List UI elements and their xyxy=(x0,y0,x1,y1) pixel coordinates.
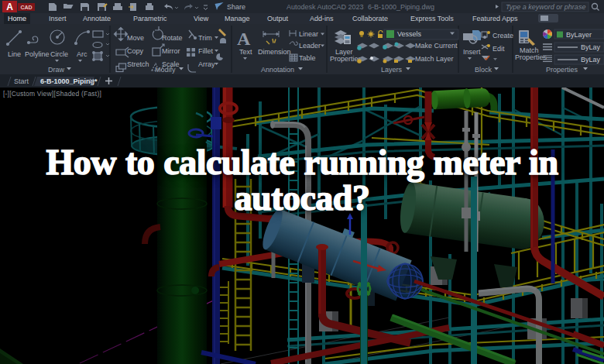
svg-text:ByLay: ByLay xyxy=(581,56,601,64)
svg-text:Array: Array xyxy=(198,60,215,68)
svg-text:ByLay: ByLay xyxy=(581,43,601,51)
svg-text:Start: Start xyxy=(14,77,29,85)
svg-text:Arc: Arc xyxy=(77,50,88,58)
svg-text:Trim: Trim xyxy=(198,34,212,42)
svg-text:Copy: Copy xyxy=(127,47,144,55)
svg-text:Fillet: Fillet xyxy=(198,47,214,55)
svg-text:Type a keyword or phrase: Type a keyword or phrase xyxy=(506,3,585,11)
svg-text:6-B-1000_Piping.dwg: 6-B-1000_Piping.dwg xyxy=(368,3,434,11)
svg-text:Create: Create xyxy=(492,32,513,39)
svg-text:A: A xyxy=(237,29,251,49)
svg-text:Stretch: Stretch xyxy=(127,60,149,68)
svg-text:Rotate: Rotate xyxy=(162,34,183,42)
svg-text:ByLayer: ByLayer xyxy=(566,31,592,39)
svg-text:Dimension: Dimension xyxy=(258,48,291,56)
svg-text:Draw: Draw xyxy=(48,66,65,74)
svg-text:Circle: Circle xyxy=(50,50,68,58)
svg-text:Text: Text xyxy=(239,48,252,56)
svg-text:6-B-1000_Piping*: 6-B-1000_Piping* xyxy=(40,77,98,85)
svg-text:Edit: Edit xyxy=(492,45,505,53)
svg-text:Share: Share xyxy=(227,3,245,11)
svg-text:Leader: Leader xyxy=(299,42,321,50)
svg-text:Properties: Properties xyxy=(515,53,547,61)
svg-text:Annotation: Annotation xyxy=(261,66,294,74)
svg-text:Properties: Properties xyxy=(546,66,578,74)
svg-text:Match Layer: Match Layer xyxy=(415,55,454,63)
svg-text:CAD: CAD xyxy=(20,5,32,10)
svg-text:Mirror: Mirror xyxy=(162,47,180,55)
svg-text:Polyline: Polyline xyxy=(25,50,50,58)
svg-text:Vessels: Vessels xyxy=(397,30,422,38)
svg-text:A: A xyxy=(6,2,13,12)
svg-text:Insert: Insert xyxy=(463,48,481,56)
svg-text:Linear: Linear xyxy=(299,30,318,38)
svg-text:Line: Line xyxy=(8,50,21,58)
svg-text:Autodesk AutoCAD 2023: Autodesk AutoCAD 2023 xyxy=(287,3,364,11)
svg-text:Modify: Modify xyxy=(155,66,176,74)
svg-text:Table: Table xyxy=(299,54,316,62)
svg-text:Make Current: Make Current xyxy=(415,42,458,50)
svg-text:Block: Block xyxy=(475,66,492,74)
svg-text:Move: Move xyxy=(127,34,144,42)
svg-text:Layers: Layers xyxy=(381,66,403,74)
